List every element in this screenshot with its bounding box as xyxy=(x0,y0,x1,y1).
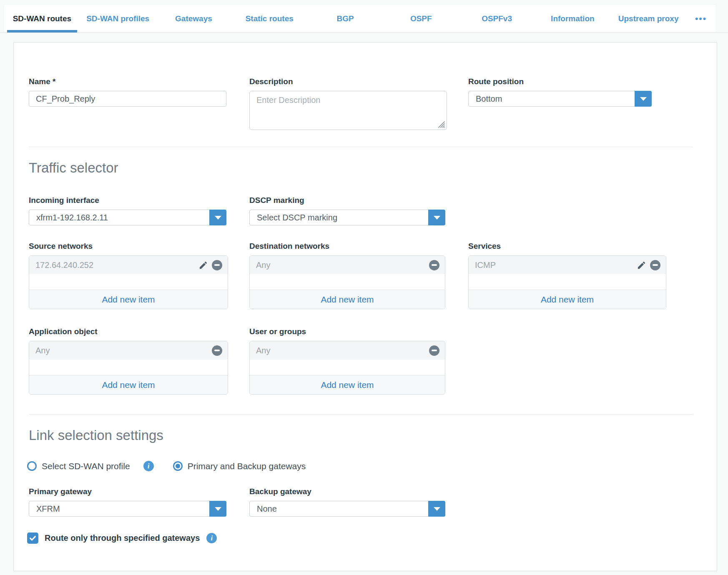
backup-gateway-label: Backup gateway xyxy=(249,487,445,497)
services-box: ICMP Add new item xyxy=(468,255,666,309)
name-input[interactable] xyxy=(29,91,226,107)
name-label: Name * xyxy=(29,77,228,87)
chevron-down-icon[interactable] xyxy=(209,501,226,517)
traffic-selector-heading: Traffic selector xyxy=(29,160,717,176)
route-position-value: Bottom xyxy=(469,94,502,104)
info-icon[interactable]: i xyxy=(143,461,154,471)
add-new-item-button[interactable]: Add new item xyxy=(469,290,666,309)
edit-icon[interactable] xyxy=(637,260,646,270)
list-empty-area xyxy=(250,360,445,375)
tab-label: SD-WAN routes xyxy=(13,14,71,23)
description-label: Description xyxy=(249,77,445,87)
list-item: Any xyxy=(250,341,445,360)
tab-bgp[interactable]: BGP xyxy=(307,5,383,32)
info-icon[interactable]: i xyxy=(206,533,217,543)
remove-icon[interactable] xyxy=(429,260,439,270)
chevron-down-icon[interactable] xyxy=(428,501,445,517)
list-item-value: 172.64.240.252 xyxy=(35,260,198,270)
add-new-item-button[interactable]: Add new item xyxy=(250,375,445,394)
add-new-item-button[interactable]: Add new item xyxy=(29,375,228,394)
list-item-value: ICMP xyxy=(475,260,637,270)
description-textarea[interactable] xyxy=(249,91,447,130)
sd-wan-route-form-panel: Name * Description Route position xyxy=(13,42,717,571)
radio-select-sd-wan-profile[interactable] xyxy=(27,461,37,471)
tab-label: Upstream proxy xyxy=(618,14,679,23)
tab-upstream-proxy[interactable]: Upstream proxy xyxy=(610,5,686,32)
application-object-box: Any Add new item xyxy=(29,341,228,395)
backup-gateway-value: None xyxy=(250,504,277,514)
ellipsis-icon: ••• xyxy=(695,14,707,24)
list-item-value: Any xyxy=(256,260,429,270)
tab-label: Static routes xyxy=(246,14,294,23)
edit-icon[interactable] xyxy=(198,260,208,270)
dscp-marking-label: DSCP marking xyxy=(249,195,445,205)
tab-label: BGP xyxy=(336,14,354,23)
incoming-interface-label: Incoming interface xyxy=(29,195,228,205)
tab-sd-wan-routes[interactable]: SD-WAN routes xyxy=(4,5,80,32)
list-empty-area xyxy=(29,274,228,290)
incoming-interface-select[interactable]: xfrm1-192.168.2.11 xyxy=(29,210,226,225)
list-item-value: Any xyxy=(256,346,429,355)
resize-grip-icon[interactable] xyxy=(437,120,445,128)
route-position-label: Route position xyxy=(468,77,666,87)
route-only-label: Route only through specified gateways xyxy=(45,533,200,543)
source-networks-box: 172.64.240.252 Add new item xyxy=(29,255,228,309)
incoming-interface-value: xfrm1-192.168.2.11 xyxy=(29,213,108,222)
remove-icon[interactable] xyxy=(212,260,222,270)
list-item-value: Any xyxy=(35,346,212,355)
dscp-marking-select[interactable]: Select DSCP marking xyxy=(249,210,445,225)
services-label: Services xyxy=(468,241,666,251)
remove-icon[interactable] xyxy=(212,345,222,356)
destination-networks-box: Any Add new item xyxy=(249,255,445,309)
tab-label: OSPFv3 xyxy=(482,14,512,23)
list-empty-area xyxy=(29,360,228,375)
chevron-down-icon[interactable] xyxy=(209,210,226,225)
primary-gateway-label: Primary gateway xyxy=(29,487,228,497)
chevron-down-icon[interactable] xyxy=(428,210,445,225)
source-networks-label: Source networks xyxy=(29,241,228,251)
user-or-groups-label: User or groups xyxy=(249,327,445,337)
tab-static-routes[interactable]: Static routes xyxy=(231,5,307,32)
user-or-groups-box: Any Add new item xyxy=(249,341,445,395)
tab-label: SD-WAN profiles xyxy=(86,14,149,23)
list-empty-area xyxy=(469,274,666,290)
dscp-marking-value: Select DSCP marking xyxy=(250,213,337,222)
route-position-select[interactable]: Bottom xyxy=(468,91,652,107)
remove-icon[interactable] xyxy=(429,345,439,356)
list-item: Any xyxy=(250,256,445,274)
tab-label: OSPF xyxy=(410,14,432,23)
tab-ospfv3[interactable]: OSPFv3 xyxy=(459,5,535,32)
add-new-item-button[interactable]: Add new item xyxy=(250,290,445,309)
tab-sd-wan-profiles[interactable]: SD-WAN profiles xyxy=(80,5,156,32)
link-selection-heading: Link selection settings xyxy=(29,427,717,444)
destination-networks-label: Destination networks xyxy=(249,241,445,251)
primary-gateway-select[interactable]: XFRM xyxy=(29,501,226,517)
tabs-more-button[interactable]: ••• xyxy=(686,5,715,32)
tab-label: Gateways xyxy=(175,14,212,23)
radio-label: Select SD-WAN profile xyxy=(42,461,130,471)
application-object-label: Application object xyxy=(29,327,228,337)
chevron-down-icon[interactable] xyxy=(635,91,652,107)
list-empty-area xyxy=(250,274,445,290)
radio-primary-and-backup-gateways[interactable] xyxy=(173,461,183,471)
tab-gateways[interactable]: Gateways xyxy=(156,5,232,32)
tab-label: Information xyxy=(551,14,595,23)
list-item: Any xyxy=(29,341,228,360)
divider xyxy=(29,147,693,147)
tabbar-bottom-border xyxy=(0,32,728,33)
remove-icon[interactable] xyxy=(650,260,660,270)
list-item: 172.64.240.252 xyxy=(29,256,228,274)
tab-bar: SD-WAN routes SD-WAN profiles Gateways S… xyxy=(4,5,715,32)
radio-label: Primary and Backup gateways xyxy=(188,461,306,471)
list-item: ICMP xyxy=(469,256,666,274)
checkmark-icon xyxy=(29,534,37,542)
tab-ospf[interactable]: OSPF xyxy=(383,5,459,32)
divider xyxy=(29,414,693,415)
add-new-item-button[interactable]: Add new item xyxy=(29,290,228,309)
primary-gateway-value: XFRM xyxy=(29,504,60,514)
route-only-checkbox[interactable] xyxy=(27,532,38,544)
tab-information[interactable]: Information xyxy=(535,5,610,32)
backup-gateway-select[interactable]: None xyxy=(249,501,445,517)
